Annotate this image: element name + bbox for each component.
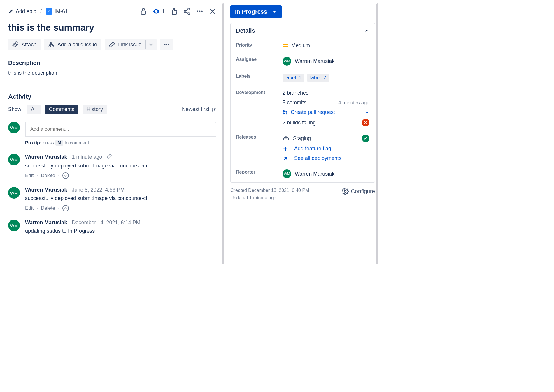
dots-icon (196, 8, 204, 15)
lock-button[interactable] (140, 8, 147, 15)
copy-link-icon[interactable] (107, 154, 112, 160)
issue-key-link[interactable]: IM-61 (46, 8, 68, 15)
release-staging[interactable]: Staging (293, 135, 311, 142)
comments-list: WM Warren Marusiak 1 minute ago successf… (8, 154, 216, 234)
comment-time: June 8, 2022, 4:56 PM (72, 187, 125, 193)
assignee-field[interactable]: Assignee WM Warren Marusiak (231, 53, 375, 70)
delete-comment[interactable]: Delete (41, 173, 55, 179)
comment-avatar: WM (8, 187, 20, 199)
releases-label: Releases (236, 135, 280, 161)
svg-point-17 (344, 190, 346, 192)
releases-field: Releases Staging ✓ Add feature flag See … (231, 130, 375, 165)
priority-label: Priority (236, 43, 280, 49)
priority-value: Medium (291, 43, 310, 49)
reporter-avatar: WM (283, 169, 291, 178)
issue-key-text: IM-61 (55, 8, 68, 15)
configure-link[interactable]: Configure (342, 188, 375, 195)
pro-tip-suffix: to comment (65, 140, 89, 145)
comment-input[interactable] (25, 122, 216, 137)
issue-type-icon (46, 8, 52, 15)
svg-rect-8 (50, 42, 52, 44)
add-reaction[interactable]: ☺ (62, 172, 69, 179)
link-issue-button[interactable]: Link issue (105, 39, 145, 50)
scrollbar[interactable] (222, 3, 224, 264)
see-deployments-link[interactable]: See all deployments (294, 155, 341, 161)
cloud-upload-icon (283, 135, 290, 142)
close-button[interactable] (209, 8, 216, 15)
child-issue-icon (48, 41, 55, 48)
current-user-avatar: WM (8, 122, 20, 133)
comment: WM Warren Marusiak June 8, 2022, 4:56 PM… (8, 187, 216, 211)
edit-comment[interactable]: Edit (25, 173, 34, 179)
description-text[interactable]: this is the description (8, 70, 216, 76)
development-label: Development (236, 90, 280, 126)
attach-label: Attach (22, 42, 36, 48)
details-panel: Details Priority Medium Assignee WM Warr… (230, 23, 375, 183)
activity-tabs: Show: All Comments History Newest first (8, 105, 216, 114)
gear-icon (342, 188, 349, 195)
comment-author[interactable]: Warren Marusiak (25, 220, 67, 226)
create-pr-link[interactable]: Create pull request (291, 109, 335, 115)
add-child-label: Add a child issue (57, 42, 97, 48)
labels-label: Labels (236, 74, 280, 82)
scrollbar[interactable] (376, 3, 378, 264)
reporter-field[interactable]: Reporter WM Warren Marusiak (231, 165, 375, 182)
add-feature-flag-link[interactable]: Add feature flag (294, 146, 331, 152)
label-chip[interactable]: label_2 (307, 74, 329, 82)
delete-comment[interactable]: Delete (41, 205, 55, 211)
attach-button[interactable]: Attach (8, 39, 41, 50)
vote-button[interactable] (170, 8, 178, 15)
svg-rect-9 (49, 46, 51, 47)
svg-point-5 (197, 11, 198, 12)
details-panel-toggle[interactable]: Details (231, 23, 375, 38)
pro-tip-prefix: Pro tip: (25, 140, 41, 145)
issue-action-row: Attach Add a child issue Link issue (8, 39, 216, 50)
share-button[interactable] (183, 8, 191, 15)
branches-link[interactable]: 2 branches (283, 90, 308, 96)
svg-point-7 (201, 11, 203, 12)
tab-comments[interactable]: Comments (45, 105, 78, 114)
sort-toggle[interactable]: Newest first (182, 106, 216, 112)
comment-text: updating status to In Progress (25, 228, 216, 234)
chevron-down-icon[interactable] (365, 110, 369, 115)
add-child-button[interactable]: Add a child issue (44, 39, 101, 50)
arrow-out-icon (283, 156, 288, 161)
svg-rect-0 (141, 11, 146, 14)
reporter-value: Warren Marusiak (295, 171, 334, 177)
label-chip[interactable]: label_1 (283, 74, 304, 82)
edit-comment[interactable]: Edit (25, 205, 34, 211)
add-epic-link[interactable]: Add epic (8, 8, 36, 15)
svg-point-2 (188, 8, 190, 10)
pull-request-icon (283, 110, 288, 115)
tab-all[interactable]: All (27, 105, 41, 114)
assignee-value: Warren Marusiak (295, 58, 334, 64)
tab-history[interactable]: History (83, 105, 107, 114)
more-issue-actions[interactable] (160, 39, 173, 50)
comment-author[interactable]: Warren Marusiak (25, 187, 67, 193)
chevron-down-icon (272, 9, 277, 15)
labels-field[interactable]: Labels label_1 label_2 (231, 70, 375, 86)
svg-point-3 (184, 10, 186, 13)
sort-icon (211, 107, 216, 112)
status-dropdown[interactable]: In Progress (230, 5, 282, 18)
commits-time: 4 minutes ago (338, 100, 369, 106)
activity-heading: Activity (8, 93, 216, 100)
link-icon (109, 41, 115, 48)
more-actions-button[interactable] (196, 8, 204, 15)
watch-button[interactable]: 1 (152, 8, 165, 15)
assignee-label: Assignee (236, 57, 280, 66)
comment-text: successfully deployed submitImage via co… (25, 163, 216, 169)
commits-link[interactable]: 5 commits (283, 100, 306, 106)
comment-author[interactable]: Warren Marusiak (25, 154, 67, 160)
link-issue-dropdown[interactable] (145, 39, 157, 50)
priority-field[interactable]: Priority Medium (231, 38, 375, 53)
priority-medium-icon (283, 44, 288, 47)
comment: WM Warren Marusiak December 14, 2021, 6:… (8, 220, 216, 234)
breadcrumb-sep: / (40, 8, 42, 15)
svg-point-4 (188, 13, 190, 15)
issue-summary[interactable]: this is the summary (8, 22, 216, 33)
description-heading: Description (8, 60, 216, 66)
add-reaction[interactable]: ☺ (62, 205, 69, 211)
builds-failing[interactable]: 2 builds failing (283, 120, 316, 126)
pro-tip: Pro tip: press M to comment (25, 140, 216, 146)
